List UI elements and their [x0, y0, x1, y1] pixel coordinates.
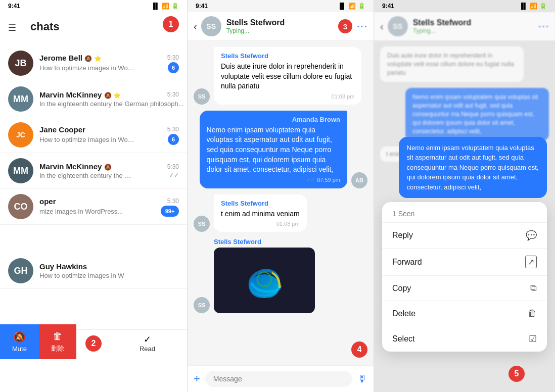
signal-icon-chat: ▐▌ — [338, 3, 346, 10]
avatar-cooper: CO — [8, 194, 33, 219]
msg-avatar-ss4: SS — [194, 297, 210, 313]
time-chat: 9:41 — [196, 3, 208, 10]
unread-cooper: 99+ — [161, 206, 179, 217]
battery-icon-chat: 🔋 — [358, 3, 365, 10]
wifi-icon: 📶 — [162, 3, 169, 10]
panel-chat: 9:41 ▐▌ 📶 🔋 ‹ SS Stells Stefword Typing.… — [187, 0, 374, 392]
chat-name-jane: Jane Cooper — [39, 125, 85, 134]
back-button[interactable]: ‹ — [194, 21, 197, 32]
more-options-icon[interactable]: ⋯ — [356, 20, 367, 33]
chat-nav: ‹ SS Stells Stefword Typing... 3 ⋯ — [188, 12, 374, 41]
msg-avatar-ab: AB — [351, 172, 367, 188]
context-seen: 1 Seen — [382, 202, 547, 223]
message-row-2: AB Amanda Brown Nemo enim ipsam voluptat… — [194, 111, 367, 188]
double-check-marvin2: ✓✓ — [169, 172, 179, 179]
context-menu-overlay: Nemo enim ipsam voluptatem quia voluptas… — [382, 137, 547, 352]
msg-sender-1: Stells Stefword — [221, 52, 354, 60]
chat-info-jane: Jane Cooper 5:30 How to optimize images … — [39, 125, 179, 145]
message-bubble-1: Stells Stefword Duis aute irure dolor in… — [214, 47, 361, 105]
context-more-icon: ⋯ — [538, 20, 549, 33]
mic-icon[interactable]: 🎙 — [357, 373, 367, 385]
seen-label: 1 Seen — [392, 210, 414, 218]
select-icon: ☑ — [529, 333, 537, 345]
context-copy-item[interactable]: Copy ⧉ — [382, 276, 547, 301]
chat-preview-guy: How to optimize images in W — [39, 272, 124, 279]
avatar-guy: GH — [8, 258, 33, 283]
chat-item-cooper[interactable]: CO oper 5:30 mize images in WordPress...… — [0, 189, 187, 225]
msg-avatar-ss3: SS — [194, 216, 210, 232]
context-forward-item[interactable]: Forward ↗ — [382, 249, 547, 276]
chat-time-marvin1: 5:30 — [167, 91, 179, 98]
blurred-msg-1: Duis aute irure dolor in reprehenderit i… — [380, 46, 524, 82]
statusbar-context: 9:41 ▐▌ 📶 🔋 — [374, 0, 555, 12]
chat-item-guy[interactable]: GH Guy Hawkins How to optimize images in… — [0, 253, 187, 289]
chat-name-jerome: Jerome Bell 🔕 ⭐ — [39, 54, 102, 62]
signal-icon: ▐▌ — [151, 3, 160, 10]
battery-icon: 🔋 — [171, 3, 179, 10]
swipe-delete-button[interactable]: 🗑 删除 — [39, 324, 76, 359]
context-menu: 1 Seen Reply 💬 Forward ↗ Copy ⧉ Delete 🗑… — [382, 202, 547, 352]
avatar-marvin1: MM — [8, 86, 33, 112]
message-bubble-2: Amanda Brown Nemo enim ipsam voluptatem … — [200, 111, 347, 188]
chats-title: chats — [22, 16, 179, 39]
unread-jerome: 6 — [168, 62, 179, 73]
delete-menu-icon: 🗑 — [528, 308, 537, 319]
unread-jane: 6 — [168, 134, 179, 145]
mute-label: Mute — [12, 345, 27, 353]
context-select-item[interactable]: Select ☑ — [382, 326, 547, 352]
context-chat-nav: ‹ SS Stells Stefword Typing... ⋯ — [374, 12, 555, 40]
chat-nav-avatar: SS — [201, 16, 221, 36]
context-delete-item[interactable]: Delete 🗑 — [382, 301, 547, 326]
chat-input-area: + 🎙 — [188, 365, 374, 392]
avatar-jane: JC — [8, 122, 33, 148]
battery-icon-ctx: 🔋 — [539, 3, 547, 10]
chat-name-cooper: oper — [39, 197, 56, 206]
time-context: 9:41 — [382, 3, 394, 10]
context-back-icon: ‹ — [380, 21, 384, 32]
avatar-jerome: JB — [8, 51, 33, 76]
status-icons-chat: ▐▌ 📶 🔋 — [338, 3, 365, 10]
chat-list-header: ☰ chats 1 — [0, 12, 187, 45]
panel-context: 9:41 ▐▌ 📶 🔋 ‹ SS Stells Stefword Typing.… — [374, 0, 555, 392]
menu-icon[interactable]: ☰ — [8, 22, 16, 33]
chat-item-jane[interactable]: JC Jane Cooper 5:30 How to optimize imag… — [0, 117, 187, 153]
chat-time-jerome: 5:30 — [167, 54, 179, 61]
chat-info-guy: Guy Hawkins How to optimize images in W — [39, 262, 179, 280]
context-nav-avatar: SS — [388, 16, 408, 36]
msg-time-2: ✓✓ 07:59 pm — [207, 177, 340, 183]
chat-time-marvin2: 5:30 — [167, 163, 179, 170]
chat-item-jerome[interactable]: JB Jerome Bell 🔕 ⭐ 5:30 How to optimize … — [0, 45, 187, 81]
message-input[interactable] — [205, 371, 352, 387]
chat-name-marvin2: Marvin McKinney 🔕 — [39, 162, 112, 171]
status-icons-context: ▐▌ 📶 🔋 — [519, 3, 547, 10]
chat-preview-jerome: How to optimize images in WordPress for.… — [39, 64, 135, 72]
chat-badge-3: 3 — [338, 19, 352, 33]
add-attachment-button[interactable]: + — [194, 372, 200, 385]
context-reply-item[interactable]: Reply 💬 — [382, 223, 547, 249]
msg-sender-2: Amanda Brown — [207, 116, 340, 123]
msg-sender-4: Stells Stefword — [214, 238, 315, 246]
signal-icon-ctx: ▐▌ — [519, 3, 528, 10]
chat-info-cooper: oper 5:30 mize images in WordPress... 99… — [39, 197, 179, 217]
mute-icon: 🔕 — [13, 331, 26, 343]
chat-name-guy: Guy Hawkins — [39, 262, 87, 271]
msg-time-1: 01:08 pm — [221, 93, 354, 100]
chat-nav-info: Stells Stefword Typing... — [226, 18, 338, 34]
swipe-mute-button[interactable]: 🔕 Mute — [0, 324, 39, 359]
notification-badge-1: 1 — [163, 16, 179, 32]
chat-item-marvin1[interactable]: MM Marvin McKinney 🔕 ⭐ 5:30 In the eight… — [0, 81, 187, 117]
time-chatlist: 9:41 — [8, 3, 20, 10]
msg-text-3: t enim ad minima veniam — [221, 209, 300, 219]
message-row-3: SS Stells Stefword t enim ad minima veni… — [194, 194, 367, 232]
chat-nav-name: Stells Stefword — [226, 18, 338, 27]
blurred-msg-2: Nemo enim ipsam voluptatem quia voluptas… — [405, 88, 549, 140]
chat-preview-marvin1: In the eighteenth century the German phi… — [39, 100, 183, 108]
delete-label: Delete — [392, 309, 415, 318]
select-label: Select — [392, 334, 414, 344]
chat-item-marvin2[interactable]: MM Marvin McKinney 🔕 5:30 In the eightee… — [0, 153, 187, 189]
avatar-marvin2: MM — [8, 158, 33, 183]
message-bubble-3: Stells Stefword t enim ad minima veniam … — [214, 194, 307, 232]
chat-name-marvin1: Marvin McKinney 🔕 ⭐ — [39, 90, 121, 99]
msg-time-3: 01:08 pm — [221, 221, 300, 227]
msg-text-2: Nemo enim ipsam voluptatem quia voluptas… — [207, 125, 340, 175]
